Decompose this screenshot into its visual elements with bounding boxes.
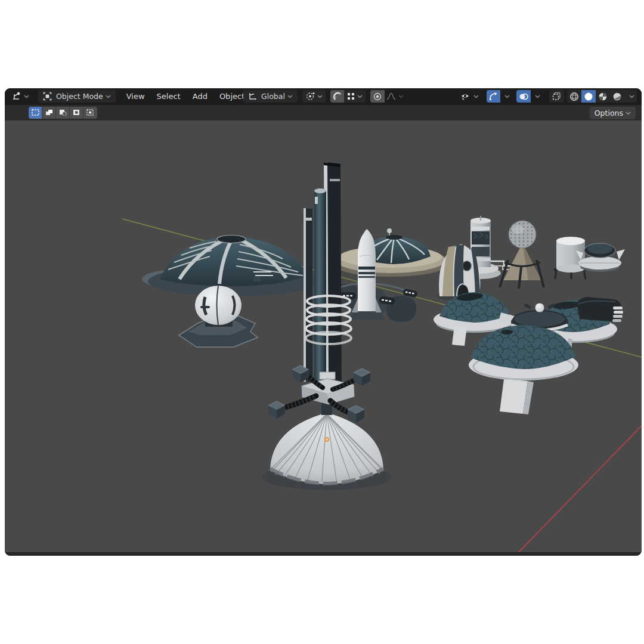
mode-label: Object Mode bbox=[56, 92, 103, 101]
proportional-editing-icon bbox=[373, 92, 382, 101]
proportional-editing-toggle[interactable] bbox=[370, 90, 385, 103]
xray-toggle[interactable] bbox=[549, 90, 564, 103]
select-mode-invert[interactable] bbox=[70, 107, 83, 119]
snap-toggle[interactable] bbox=[330, 90, 344, 103]
select-subtract-icon bbox=[59, 109, 67, 116]
xray-icon bbox=[552, 92, 561, 101]
snap-magnet-icon bbox=[333, 92, 342, 101]
viewport-3d-scene[interactable] bbox=[5, 120, 642, 552]
chevron-down-icon bbox=[357, 95, 363, 98]
select-mode-extend[interactable] bbox=[42, 107, 56, 119]
shading-rendered-button[interactable] bbox=[610, 90, 624, 103]
snap-with-dropdown[interactable] bbox=[344, 90, 366, 103]
chevron-down-icon bbox=[317, 95, 323, 98]
select-extend-icon bbox=[45, 109, 53, 116]
tool-settings-bar: Options bbox=[5, 104, 642, 120]
snap-increment-icon bbox=[347, 92, 355, 100]
overlays-icon bbox=[519, 92, 528, 101]
select-mode-set[interactable] bbox=[29, 107, 42, 119]
chevron-down-icon bbox=[398, 95, 404, 98]
pivot-point-dropdown[interactable] bbox=[302, 90, 326, 103]
select-set-icon bbox=[32, 109, 39, 116]
gizmo-dropdown[interactable] bbox=[500, 90, 512, 103]
solid-sphere-icon bbox=[584, 92, 593, 101]
orientation-axes-icon bbox=[248, 92, 257, 101]
menu-view[interactable]: View bbox=[120, 90, 151, 103]
chevron-down-icon bbox=[473, 95, 479, 98]
transform-orientation-dropdown[interactable]: Global bbox=[243, 90, 298, 103]
object-mode-icon bbox=[43, 92, 52, 101]
show-gizmo-toggle[interactable] bbox=[487, 90, 500, 103]
orientation-label: Global bbox=[261, 92, 285, 101]
rendered-sphere-icon bbox=[612, 92, 622, 101]
blender-window: Object Mode View Select Add Object Globa… bbox=[5, 88, 642, 556]
visibility-eye-icon bbox=[460, 92, 471, 101]
gizmo-icon bbox=[489, 92, 498, 101]
options-dropdown[interactable]: Options bbox=[590, 107, 636, 119]
editor-type-button[interactable] bbox=[8, 90, 32, 103]
editor-type-icon bbox=[11, 92, 21, 101]
select-mode-intersect[interactable] bbox=[83, 107, 97, 119]
shading-wireframe-button[interactable] bbox=[567, 90, 581, 103]
wireframe-sphere-icon bbox=[569, 92, 579, 101]
chevron-down-icon bbox=[535, 95, 540, 98]
select-mode-group bbox=[29, 107, 97, 119]
viewport-header: Object Mode View Select Add Object Globa… bbox=[5, 88, 642, 104]
object-visibility-dropdown[interactable] bbox=[457, 90, 482, 103]
select-mode-subtract[interactable] bbox=[56, 107, 70, 119]
chevron-down-icon bbox=[24, 95, 29, 98]
menu-select[interactable]: Select bbox=[151, 90, 187, 103]
show-overlays-toggle[interactable] bbox=[516, 90, 531, 103]
options-label: Options bbox=[595, 109, 623, 117]
mode-dropdown[interactable]: Object Mode bbox=[38, 90, 116, 103]
chevron-down-icon bbox=[106, 95, 111, 98]
pivot-point-icon bbox=[305, 92, 315, 101]
falloff-curve-icon bbox=[386, 92, 396, 100]
proportional-falloff-dropdown[interactable] bbox=[385, 90, 405, 103]
chevron-down-icon bbox=[504, 95, 510, 98]
shading-solid-button[interactable] bbox=[581, 90, 596, 103]
select-intersect-icon bbox=[86, 109, 94, 116]
chevron-down-icon bbox=[287, 95, 293, 98]
chevron-down-icon bbox=[626, 112, 631, 115]
window-bottom-edge bbox=[5, 552, 642, 556]
menu-add[interactable]: Add bbox=[187, 90, 213, 103]
shading-material-button[interactable] bbox=[596, 90, 610, 103]
shading-dropdown[interactable] bbox=[624, 90, 637, 103]
overlays-dropdown[interactable] bbox=[531, 90, 542, 103]
chevron-down-icon bbox=[629, 95, 634, 98]
select-invert-icon bbox=[73, 109, 80, 116]
material-sphere-icon bbox=[598, 92, 608, 101]
